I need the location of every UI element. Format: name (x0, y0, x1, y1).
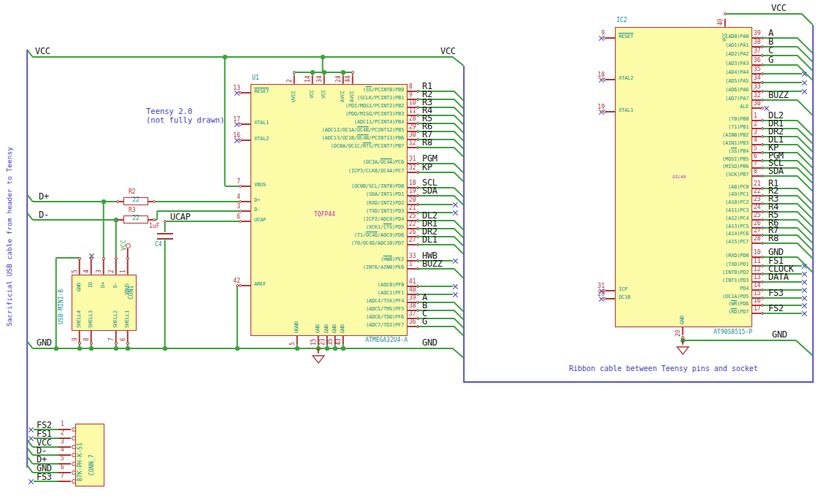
bus-entry (797, 55, 813, 71)
pin-name: (TXD)PD1 (603, 262, 749, 267)
pin-lead (240, 140, 251, 141)
pin-lead (294, 76, 295, 84)
pin-number: 15 (754, 291, 761, 297)
pin-name: (T0/OC4D/ADC10)PD7 (258, 241, 404, 246)
pin-lead (240, 186, 251, 187)
no-connect-icon (598, 296, 605, 302)
pin-number: 8 (754, 169, 757, 175)
wire (418, 195, 454, 196)
ic2-ref: IC2 (616, 18, 627, 23)
pin-lead (605, 290, 615, 291)
net-label-D-[interactable]: D- (39, 210, 49, 220)
note-sacrificial-usb-cable[interactable]: Sacrificial USB cable from header to Tee… (6, 147, 13, 327)
undefined: 40 (718, 18, 724, 26)
net-label-GND[interactable]: GND (422, 338, 437, 348)
pin-number: 38 (409, 303, 416, 309)
net-label-BUZZ[interactable]: BUZZ (422, 259, 443, 269)
pin-end-circle (239, 284, 242, 287)
junction-dot (114, 218, 118, 221)
net-label-FS3[interactable]: FS3 (768, 289, 784, 298)
pin-name: (T1/OC4D/ADC9)PD6 (258, 233, 404, 238)
undefined: UGND (294, 321, 299, 333)
wire (103, 202, 104, 259)
pin-number: 27 (409, 237, 416, 243)
net-label-G[interactable]: G (422, 317, 427, 327)
pin-end-circle (90, 257, 93, 260)
no-connect-icon (28, 478, 34, 485)
bus-entry (797, 167, 813, 183)
pin-lead (240, 221, 251, 222)
net-label-KP[interactable]: KP (422, 163, 432, 172)
note-ribbon-cable[interactable]: Ribbon cable between Teensy pins and soc… (569, 365, 758, 373)
pin-end-circle (153, 200, 156, 203)
wire (56, 257, 80, 259)
net-label-DATA[interactable]: DATA (768, 272, 789, 282)
r2-value: 22 (123, 197, 148, 203)
pin-number: 26 (409, 229, 416, 235)
no-connect-icon (801, 310, 808, 317)
pin-lead (324, 76, 325, 84)
pin-number: 36 (409, 319, 416, 325)
pin-number: 14 (754, 283, 761, 289)
note-teensy-line1[interactable]: Teensy 2.0 (146, 107, 192, 115)
pin-number: 11 (409, 108, 416, 114)
bus-entry (797, 195, 813, 211)
net-label-VCC[interactable]: VCC (440, 47, 456, 56)
pin-number: 32 (409, 165, 416, 171)
net-label-GND[interactable]: GND (772, 330, 787, 340)
net-label-SDA[interactable]: SDA (422, 186, 437, 196)
pin-number: 7 (226, 179, 240, 185)
con1-value: USB-MINI-B (58, 289, 64, 324)
pin-number: 8 (409, 84, 413, 90)
pin-name: (A11)PC3 (603, 208, 749, 213)
net-label-UCAP[interactable]: UCAP (170, 213, 191, 222)
wire (418, 326, 454, 327)
pin-number: 32 (754, 93, 761, 99)
pin-lead (312, 76, 313, 84)
pin-end-circle (72, 436, 76, 440)
pin-number: 21 (409, 205, 416, 211)
wire (762, 82, 802, 83)
junction-dot (341, 346, 345, 350)
pin-number: 1 (754, 113, 757, 119)
pin-number: 6 (754, 153, 757, 159)
net-label-C[interactable]: C (768, 46, 773, 56)
pin-number: 37 (754, 48, 761, 54)
pin-number: 22 (754, 188, 761, 194)
pin-number: 2 (61, 430, 64, 436)
net-label-G[interactable]: G (768, 56, 773, 65)
pin-end-circle (90, 342, 93, 345)
junction-dot (325, 346, 329, 350)
pin-name: (A15)PC7 (603, 240, 749, 245)
undefined: 1 (121, 270, 126, 273)
net-label-DL1[interactable]: DL1 (422, 235, 437, 245)
no-connect-icon (801, 263, 808, 270)
net-label-R8[interactable]: R8 (768, 234, 779, 243)
pin-number: 39 (409, 295, 416, 301)
bus-entry (797, 136, 813, 152)
net-label-D+[interactable]: D+ (39, 192, 49, 202)
pin-lead (297, 336, 298, 344)
net-label-VCC[interactable]: VCC (35, 47, 50, 56)
note-teensy-line2[interactable]: (not fully drawn) (146, 116, 224, 124)
pin-number: 4 (226, 194, 240, 200)
wire (34, 481, 58, 482)
pin-end-circle (72, 453, 76, 457)
net-label-VCC[interactable]: VCC (771, 4, 787, 13)
junction-dot (89, 346, 93, 350)
wire (33, 56, 453, 58)
net-label-FS2[interactable]: FS2 (768, 304, 784, 313)
net-label-BUZZ[interactable]: BUZZ (768, 91, 789, 100)
no-connect-icon (452, 210, 459, 216)
net-label-R8[interactable]: R8 (422, 138, 432, 148)
pin-name: (AD2)PA2 (603, 52, 749, 57)
pin-name: XTAL2 (619, 76, 633, 81)
net-label-GND[interactable]: GND (37, 338, 52, 348)
u1-footprint: TQFP44 (314, 212, 335, 218)
pin-name: (ADC6/TDO)PF6 (258, 315, 404, 320)
pin-name: (ADC12/OC1A/OC4B/PCINT12)PB5 (258, 128, 404, 133)
bus-entry (797, 243, 813, 259)
net-label-SDA[interactable]: SDA (768, 167, 784, 176)
no-connect-icon (801, 287, 808, 294)
pin-name: (AD1)PA1 (603, 43, 749, 48)
